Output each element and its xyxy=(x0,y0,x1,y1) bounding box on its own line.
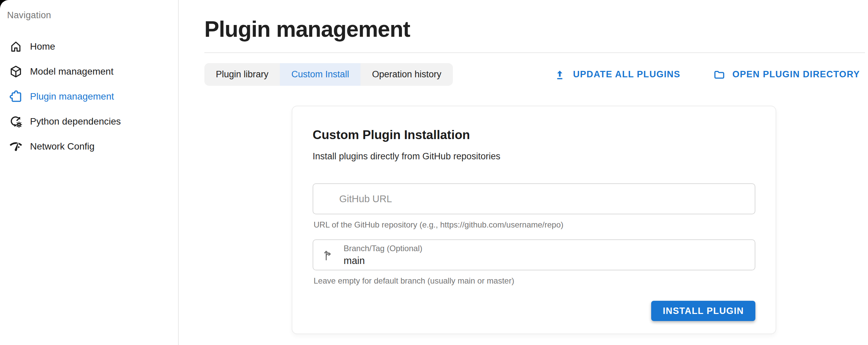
tab-operation-history[interactable]: Operation history xyxy=(360,63,453,86)
page-title: Plugin management xyxy=(204,16,410,42)
card-subtitle: Install plugins directly from GitHub rep… xyxy=(313,151,755,162)
branch-field-stack: Branch/Tag (Optional) xyxy=(344,244,755,266)
branch-field-label: Branch/Tag (Optional) xyxy=(344,244,755,253)
upload-icon xyxy=(553,68,566,81)
toolbar-actions: UPDATE ALL PLUGINS OPEN PLUGIN DIRECTORY xyxy=(553,68,860,81)
sidebar-item-label: Python dependencies xyxy=(30,116,121,127)
sync-gear-icon xyxy=(9,115,23,128)
open-plugin-directory-label: OPEN PLUGIN DIRECTORY xyxy=(732,69,860,80)
tab-plugin-library[interactable]: Plugin library xyxy=(204,63,280,86)
card-actions-row: INSTALL PLUGIN xyxy=(313,301,755,321)
window-corner xyxy=(0,0,10,10)
update-all-plugins-button[interactable]: UPDATE ALL PLUGINS xyxy=(553,68,680,81)
sidebar-item-home[interactable]: Home xyxy=(0,34,178,59)
github-url-helper: URL of the GitHub repository (e.g., http… xyxy=(314,220,755,230)
sidebar: Navigation Home Model management Plugin … xyxy=(0,0,179,345)
network-icon xyxy=(9,140,23,153)
branch-tag-input[interactable] xyxy=(344,255,755,266)
custom-install-card: Custom Plugin Installation Install plugi… xyxy=(292,106,776,334)
title-divider xyxy=(204,52,865,53)
open-plugin-directory-button[interactable]: OPEN PLUGIN DIRECTORY xyxy=(713,68,860,81)
home-icon xyxy=(9,40,23,53)
cube-icon xyxy=(9,65,23,78)
tab-group: Plugin library Custom Install Operation … xyxy=(204,63,453,86)
sidebar-item-label: Plugin management xyxy=(30,91,114,102)
sidebar-item-label: Home xyxy=(30,41,55,52)
fork-branch-icon xyxy=(322,248,335,262)
main-content: Plugin management Plugin library Custom … xyxy=(179,0,868,345)
install-plugin-button[interactable]: INSTALL PLUGIN xyxy=(651,301,755,321)
sidebar-item-plugin-management[interactable]: Plugin management xyxy=(0,84,178,109)
puzzle-icon xyxy=(9,90,23,103)
sidebar-item-label: Model management xyxy=(30,66,113,77)
sidebar-item-network-config[interactable]: Network Config xyxy=(0,134,178,159)
sidebar-item-label: Network Config xyxy=(30,141,94,152)
sidebar-item-model-management[interactable]: Model management xyxy=(0,59,178,84)
tab-custom-install[interactable]: Custom Install xyxy=(280,63,360,86)
toolbar: Plugin library Custom Install Operation … xyxy=(204,63,860,86)
branch-helper: Leave empty for default branch (usually … xyxy=(314,276,755,286)
github-url-input[interactable] xyxy=(313,184,755,214)
branch-tag-field: Branch/Tag (Optional) xyxy=(313,239,755,270)
sidebar-title: Navigation xyxy=(7,10,178,21)
github-url-field xyxy=(313,183,755,214)
folder-icon xyxy=(713,68,726,81)
update-all-plugins-label: UPDATE ALL PLUGINS xyxy=(573,69,680,80)
sidebar-item-python-dependencies[interactable]: Python dependencies xyxy=(0,109,178,134)
card-title: Custom Plugin Installation xyxy=(313,128,755,142)
sidebar-nav-list: Home Model management Plugin management xyxy=(0,34,178,159)
